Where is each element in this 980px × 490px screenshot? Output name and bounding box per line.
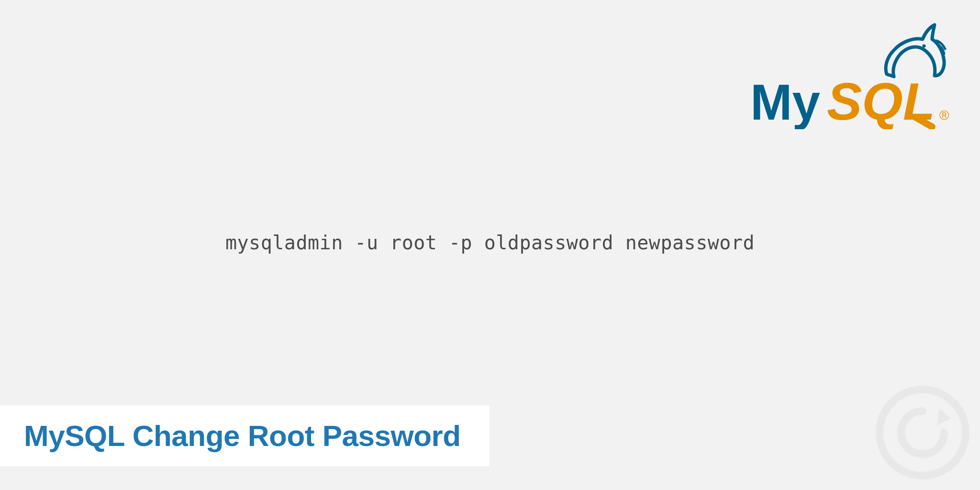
logo-text-my: My (750, 74, 820, 129)
svg-point-1 (880, 390, 966, 476)
svg-marker-2 (937, 409, 951, 425)
title-bar: MySQL Change Root Password (0, 405, 490, 466)
watermark-icon (875, 385, 970, 480)
mysql-logo: My SQL ® (750, 19, 951, 131)
svg-point-0 (923, 45, 926, 48)
command-text: mysqladmin -u root -p oldpassword newpas… (225, 232, 755, 254)
page-title: MySQL Change Root Password (24, 419, 461, 453)
logo-trademark: ® (939, 108, 949, 122)
